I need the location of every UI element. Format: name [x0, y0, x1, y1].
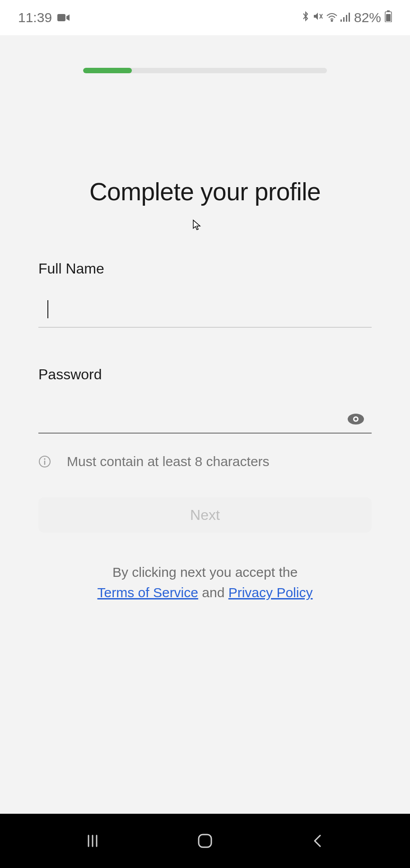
mute-icon: [312, 11, 323, 25]
page-title: Complete your profile: [38, 177, 372, 206]
svg-rect-0: [57, 14, 65, 21]
info-icon: [38, 455, 51, 468]
legal-text: By clicking next you accept the Terms of…: [38, 562, 372, 603]
svg-rect-7: [349, 13, 350, 22]
svg-point-13: [354, 418, 357, 420]
status-time: 11:39: [18, 10, 52, 25]
form-section: Full Name Password: [38, 260, 372, 603]
full-name-label: Full Name: [38, 260, 372, 277]
svg-rect-5: [343, 17, 345, 22]
svg-rect-20: [199, 835, 211, 847]
password-hint: Must contain at least 8 characters: [38, 454, 372, 469]
recent-apps-button[interactable]: [65, 827, 120, 854]
terms-of-service-link[interactable]: Terms of Service: [98, 585, 198, 600]
video-recording-icon: [57, 10, 70, 25]
next-button[interactable]: Next: [38, 497, 372, 533]
navigation-bar: [0, 814, 410, 868]
progress-container: [38, 35, 372, 73]
battery-icon: [385, 10, 392, 25]
wifi-icon: [326, 11, 338, 25]
home-button[interactable]: [178, 827, 232, 854]
bluetooth-icon: [302, 10, 310, 25]
legal-prefix: By clicking next you accept the: [112, 565, 298, 580]
progress-bar: [83, 68, 327, 73]
status-bar-left: 11:39: [18, 10, 70, 25]
signal-icon: [340, 11, 350, 25]
password-section: Password: [38, 366, 372, 469]
battery-percent: 82%: [354, 10, 381, 25]
status-icons: [302, 10, 350, 25]
show-password-icon[interactable]: [347, 413, 365, 425]
password-input[interactable]: [38, 399, 372, 434]
password-label: Password: [38, 366, 372, 383]
full-name-section: Full Name: [38, 260, 372, 328]
svg-point-3: [331, 20, 332, 21]
privacy-policy-link[interactable]: Privacy Policy: [228, 585, 313, 600]
password-hint-text: Must contain at least 8 characters: [67, 454, 270, 469]
status-bar: 11:39: [0, 0, 410, 35]
full-name-input[interactable]: [38, 293, 372, 328]
svg-rect-10: [386, 14, 391, 21]
svg-rect-4: [340, 19, 342, 22]
legal-connector: and: [198, 585, 228, 600]
status-bar-right: 82%: [302, 10, 392, 25]
progress-fill: [83, 68, 132, 73]
svg-rect-6: [346, 15, 347, 22]
content-area: Complete your profile Full Name Password: [0, 35, 410, 814]
text-cursor: [47, 300, 48, 318]
back-button[interactable]: [290, 827, 345, 854]
